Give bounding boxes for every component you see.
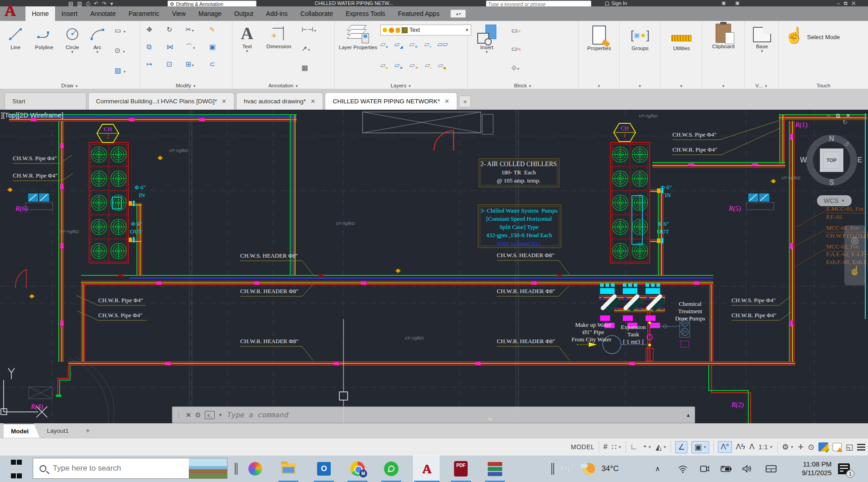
layer-tools-row-2[interactable]: ▱● ▱➤ ▱☀ ▱▪ ▱◆ [380,61,446,70]
wcs-dropdown[interactable]: WCS▼ [817,195,852,206]
panel-label-block[interactable]: Block ▼ [468,83,578,88]
viewcube-top-face[interactable]: TOP [820,148,843,172]
ortho-icon[interactable]: ∟ [630,442,638,452]
new-layout-button[interactable]: ＋ [84,426,91,436]
camera-icon[interactable] [699,456,710,482]
panel-label-modify[interactable]: Modify ▼ [140,83,232,88]
sign-in-button[interactable]: Sign In [605,0,627,6]
layer-properties-button[interactable]: Layer Properties [338,24,378,51]
ellipse-tool-icon[interactable]: ⊙ ▼ [115,46,126,55]
close-icon[interactable]: ✕ [222,98,227,105]
leader-icon[interactable]: ↗▼ [302,45,311,53]
viewcube-south[interactable]: S [829,178,834,187]
panel-label-utilities[interactable]: ▼ [661,83,702,88]
help-search-box[interactable] [486,0,591,6]
close-icon[interactable]: ✕ [444,98,449,105]
panel-label-annotation[interactable]: Annotation ▼ [232,83,334,88]
base-button[interactable]: Base▼ [752,23,772,53]
autocad-app-button[interactable]: A [0,0,20,21]
insert-button[interactable]: Insert▼ [472,24,501,54]
file-tab-hvac[interactable]: hvac autocad drawing*✕ [236,92,323,110]
create-block-icon[interactable]: ▭✦ [511,26,521,35]
bell-icon[interactable]: ▣ [735,0,739,5]
new-drawing-button[interactable]: ＋ [459,96,471,107]
text-button[interactable]: A Text▼ [235,23,259,53]
tab-model[interactable]: Model [4,423,40,438]
annotation-visibility-icon[interactable]: Λ° [718,441,732,453]
panel-label-layers[interactable]: Layers ▼ [335,83,467,88]
customization-plus-icon[interactable]: + [798,441,804,453]
taskbar-chrome[interactable]: M [348,456,368,482]
clock[interactable]: 11:08 PM 9/11/2025 [784,456,832,482]
clean-screen-icon[interactable]: ◱ [846,442,853,452]
panel-label-groups[interactable]: ▼ [620,83,660,88]
polar-tracking-icon[interactable]: ◔▼ [642,442,651,452]
weather-icon[interactable] [583,456,595,482]
line-button[interactable]: Line [3,24,28,50]
object-snap-icon[interactable]: ▣▼ [691,441,709,453]
copy-icon[interactable]: ⧉ [146,43,151,51]
tab-insert[interactable]: Insert [55,6,84,21]
pan-hand-icon[interactable]: ☝ [849,265,861,276]
touch-button[interactable]: ☝ [785,25,803,46]
clipboard-button[interactable]: Clipboard [709,23,738,49]
layer-tools-row-1[interactable]: ▱● ▱◢ ▱❄ ▱▪ ▱▱ [380,40,448,49]
command-line[interactable]: ⋮ ✕ ⚙ ≥_ ▼ ▲ [172,406,695,423]
array-icon[interactable]: ⊞▼ [186,60,195,68]
offset-icon[interactable]: ⊂ [209,60,215,68]
language-indicator[interactable]: EN [560,456,569,482]
viewcube-east[interactable]: E [858,156,863,164]
graphics-performance-icon[interactable] [818,442,828,452]
annotation-scale-value[interactable]: 1:1▼ [758,443,773,451]
file-tab-commercial[interactable]: Commercial Building...t HVAC Plans [DWG]… [88,92,234,110]
grid-icon[interactable]: # [603,442,607,452]
ribbon-collapse-button[interactable]: ▲▾ [450,10,466,18]
taskbar-pdf-editor[interactable]: PDF [451,456,471,482]
viewport-window-controls[interactable]: –⧉✕ [827,112,850,119]
wifi-icon[interactable] [678,456,688,482]
panel-label-clipboard[interactable]: ▼ [702,83,744,88]
isolate-objects-icon[interactable]: ⊙ [808,442,814,452]
notification-center[interactable]: 1 [838,456,850,482]
taskbar-file-explorer[interactable] [278,456,298,482]
volume-icon[interactable] [742,456,752,482]
panel-label-draw[interactable]: Draw ▼ [0,83,140,88]
wrench-icon[interactable]: ⚙ [195,411,201,419]
rectangle-tool-icon[interactable]: ▭ ▼ [115,26,126,35]
fillet-icon[interactable]: ⌒▼ [186,43,196,51]
command-input[interactable] [226,410,682,420]
help-search-input[interactable] [486,1,591,6]
scale-icon[interactable]: ⊡ [167,60,172,68]
tab-collaborate[interactable]: Collaborate [294,6,339,21]
explode-icon[interactable]: ▣ [209,43,216,51]
model-space-toggle[interactable]: MODEL [571,443,595,451]
isometric-drafting-icon[interactable]: ◭▼ [656,442,666,452]
cart-icon[interactable]: ▣ [722,0,726,5]
tab-home[interactable]: Home [25,6,55,21]
taskbar-search-input[interactable] [52,463,183,473]
command-grip[interactable]: ⋮ [176,412,182,418]
recent-commands-icon[interactable]: ≥_ [205,411,215,419]
viewcube-west[interactable]: W [800,156,807,164]
tab-output[interactable]: Output [228,6,260,21]
circle-button[interactable]: Circle▼ [60,24,85,54]
panel-label-view-collapsed[interactable]: V... ▼ [745,83,778,88]
file-tab-chilled-water[interactable]: CHILLED WATER PIPING NETWORK*✕ [325,92,457,110]
search-highlights-image[interactable] [189,458,227,479]
viewcube-north[interactable]: N [829,135,834,143]
rotate-icon[interactable]: ↻ [167,25,172,34]
panel-label-properties[interactable]: ▼ [579,83,619,88]
mirror-icon[interactable]: ⋈ [167,43,173,51]
move-icon[interactable]: ✥ [146,25,152,34]
navigation-wheel-icon[interactable]: ◎ [851,235,858,246]
file-tab-start[interactable]: Start [5,92,86,110]
utilities-button[interactable]: Utilities [668,25,695,51]
rotate-cw-icon[interactable]: ↻ [843,119,848,126]
close-icon[interactable]: ✕ [311,98,316,105]
start-button[interactable] [7,456,25,482]
status-menu-icon[interactable] [857,444,865,451]
tab-parametric[interactable]: Parametric [122,6,166,21]
taskbar-search[interactable] [33,458,227,479]
hatch-tool-icon[interactable]: ▨ ▼ [115,66,126,75]
tab-express-tools[interactable]: Express Tools [339,6,392,21]
